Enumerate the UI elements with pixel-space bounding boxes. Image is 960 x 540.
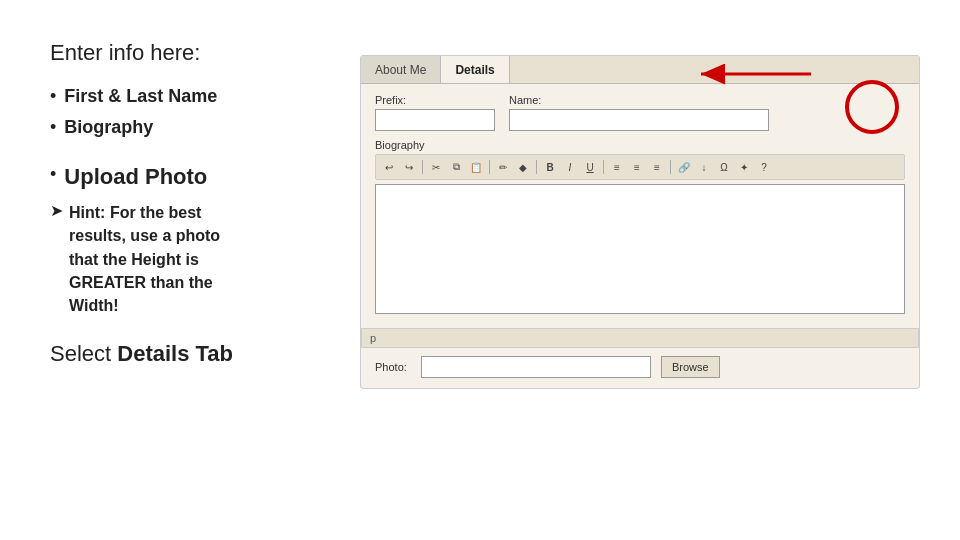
left-panel: Enter info here: • First & Last Name • B… — [0, 0, 340, 540]
undo-btn[interactable]: ↩ — [380, 158, 398, 176]
redo-btn[interactable]: ↪ — [400, 158, 418, 176]
select-details-label: Select Details Tab — [50, 341, 310, 367]
align-center-btn[interactable]: ≡ — [628, 158, 646, 176]
divider-3 — [536, 160, 537, 174]
special-btn[interactable]: ✦ — [735, 158, 753, 176]
divider-1 — [422, 160, 423, 174]
bullet-dot-2: • — [50, 115, 56, 140]
cut-btn[interactable]: ✂ — [427, 158, 445, 176]
bullet-dot-1: • — [50, 84, 56, 109]
bio-textarea[interactable] — [376, 185, 904, 313]
form-box: About Me Details Prefix: — [360, 55, 920, 389]
hint-row: ➤ Hint: For the bestresults, use a photo… — [50, 201, 310, 317]
divider-2 — [489, 160, 490, 174]
photo-file-input[interactable] — [421, 356, 651, 378]
align-left-btn[interactable]: ≡ — [608, 158, 626, 176]
name-group: Name: — [509, 94, 769, 131]
form-fields: Prefix: Mr. Ms. Dr. Name: Biog — [361, 84, 919, 328]
enter-info-heading: Enter info here: — [50, 40, 310, 66]
divider-5 — [670, 160, 671, 174]
bio-textarea-area[interactable] — [375, 184, 905, 314]
bullet-first-last: • First & Last Name — [50, 84, 310, 109]
name-input[interactable] — [509, 109, 769, 131]
highlight-btn[interactable]: ◆ — [514, 158, 532, 176]
p-bar: p — [361, 328, 919, 348]
bullet-text-2: Biography — [64, 115, 153, 140]
pen-btn[interactable]: ✏ — [494, 158, 512, 176]
hint-arrow-icon: ➤ — [50, 201, 63, 220]
p-tag-label: p — [370, 332, 376, 344]
bold-btn[interactable]: B — [541, 158, 559, 176]
editor-toolbar: ↩ ↪ ✂ ⧉ 📋 ✏ ◆ B I U ≡ — [375, 154, 905, 180]
slide-container: Enter info here: • First & Last Name • B… — [0, 0, 960, 540]
browse-button[interactable]: Browse — [661, 356, 720, 378]
divider-4 — [603, 160, 604, 174]
download-btn[interactable]: ↓ — [695, 158, 713, 176]
bullet-upload: • Upload Photo — [50, 162, 310, 193]
photo-label: Photo: — [375, 361, 411, 373]
bullet-dot-3: • — [50, 162, 56, 187]
prefix-group: Prefix: Mr. Ms. Dr. — [375, 94, 495, 131]
photo-row: Photo: Browse — [375, 356, 905, 378]
tab-about-me-label: About Me — [375, 63, 426, 77]
select-label: Select — [50, 341, 117, 366]
paste-btn[interactable]: 📋 — [467, 158, 485, 176]
copy-btn[interactable]: ⧉ — [447, 158, 465, 176]
prefix-label: Prefix: — [375, 94, 495, 106]
upload-photo-label: Upload Photo — [64, 162, 207, 193]
bullet-text-1: First & Last Name — [64, 84, 217, 109]
tab-about-me[interactable]: About Me — [361, 56, 441, 83]
bio-label: Biography — [375, 139, 905, 151]
name-label: Name: — [509, 94, 769, 106]
bio-group: Biography ↩ ↪ ✂ ⧉ 📋 ✏ ◆ B I — [375, 139, 905, 314]
tab-details-label: Details — [455, 63, 494, 77]
right-panel: About Me Details Prefix: — [340, 0, 960, 540]
tab-bar: About Me Details — [361, 56, 919, 84]
underline-btn[interactable]: U — [581, 158, 599, 176]
prefix-select[interactable]: Mr. Ms. Dr. — [375, 109, 495, 131]
omega-btn[interactable]: Ω — [715, 158, 733, 176]
prefix-name-row: Prefix: Mr. Ms. Dr. Name: — [375, 94, 905, 131]
bullet-biography: • Biography — [50, 115, 310, 140]
align-right-btn[interactable]: ≡ — [648, 158, 666, 176]
italic-btn[interactable]: I — [561, 158, 579, 176]
hint-text: Hint: For the bestresults, use a phototh… — [69, 201, 220, 317]
help-btn[interactable]: ? — [755, 158, 773, 176]
details-tab-label: Details Tab — [117, 341, 233, 366]
link-btn[interactable]: 🔗 — [675, 158, 693, 176]
tab-details[interactable]: Details — [441, 56, 509, 83]
photo-section: Photo: Browse — [361, 348, 919, 388]
